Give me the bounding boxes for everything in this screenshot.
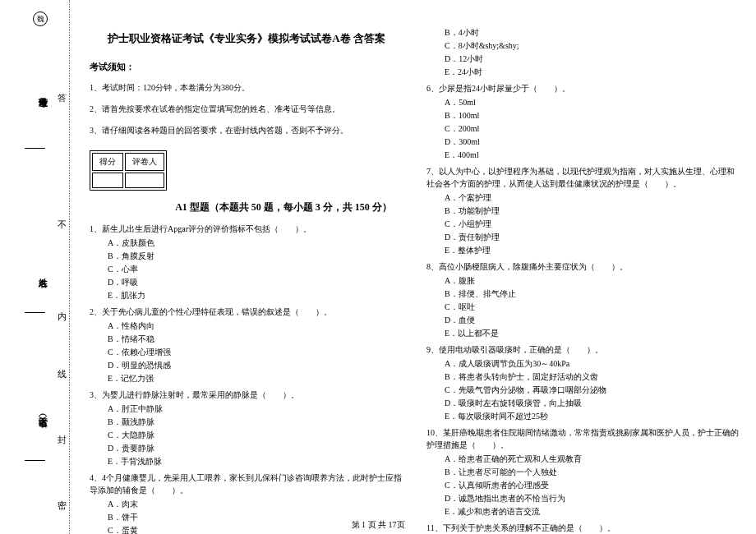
question-option: C．200ml (445, 122, 740, 136)
circle-mark: 魏 (33, 12, 48, 26)
question-option: B．让患者尽可能的一个人独处 (445, 466, 740, 479)
question-stem: 8、高位小肠梗阻病人，除腹痛外主要症状为（ ）。 (426, 260, 740, 273)
question-option: A．皮肤颜色 (108, 237, 403, 250)
question-option: C．小组护理 (445, 218, 740, 231)
question-stem: 6、少尿是指24小时尿量少于（ ）。 (426, 82, 740, 94)
notice-item: 1、考试时间：120分钟，本卷满分为380分。 (90, 81, 403, 94)
field-underline (25, 460, 45, 461)
question-option: E．24小时 (445, 66, 740, 79)
question-option: D．12小时 (445, 53, 740, 66)
question-stem: 1、新生儿出生后进行Apgar评分的评价指标不包括（ ）。 (90, 223, 403, 235)
question-option: B．功能制护理 (445, 205, 740, 218)
question-option: D．贵要静脉 (108, 442, 403, 455)
question-option: C．8小时&shy;&shy; (445, 39, 740, 53)
question-option: B．角膜反射 (108, 250, 403, 263)
right-column: B．4小时C．8小时&shy;&shy;D．12小时E．24小时 6、少尿是指2… (415, 0, 752, 518)
question-option: A．成人吸痰调节负压为30～40kPa (445, 357, 740, 371)
question-option: D．明显的恐惧感 (108, 359, 403, 372)
page-body: 护士职业资格证考试《专业实务》模拟考试试卷A卷 含答案 考试须知： 1、考试时间… (78, 0, 752, 518)
field-underline (25, 148, 45, 149)
question-option: E．记忆力强 (108, 372, 403, 385)
question-option: C．认真倾听患者的心理感受 (445, 479, 740, 492)
section-title: A1 型题（本题共 50 题，每小题 3 分，共 150 分） (164, 200, 403, 214)
binding-margin: 魏 准考证号 答 不 姓名 内 线 省（市区） 封 密 (0, 0, 70, 534)
question-stem: 4、4个月健康婴儿，先采用人工喂养，家长到儿保科门诊咨询喂养方法，此时护士应指导… (90, 472, 403, 496)
question-option: D．呼吸 (108, 276, 403, 289)
left-column: 护士职业资格证考试《专业实务》模拟考试试卷A卷 含答案 考试须知： 1、考试时间… (78, 0, 415, 518)
score-label: 得分 (92, 153, 123, 171)
question-option: C．先吸气管内分泌物，再吸净口咽部分泌物 (445, 384, 740, 397)
question-option: D．300ml (445, 136, 740, 149)
question-option: E．减少和患者的语言交流 (445, 505, 740, 518)
question-option: A．给患者正确的死亡观和人生观教育 (445, 453, 740, 466)
notice-header: 考试须知： (90, 61, 403, 73)
question-stem: 10、某肝癌晚期患者住院期间情绪激动，常常指责或挑剔家属和医护人员，护士正确的护… (426, 426, 740, 451)
question-option: A．肘正中静脉 (108, 403, 403, 416)
question-option: C．大隐静脉 (108, 429, 403, 442)
question-option: C．心率 (108, 263, 403, 276)
question-option: D．血便 (445, 314, 740, 327)
question-stem: 3、为婴儿进行静脉注射时，最常采用的静脉是（ ）。 (90, 389, 403, 401)
question-option: A．腹胀 (445, 274, 740, 288)
question-option: A．肉末 (108, 498, 403, 511)
notice-item: 3、请仔细阅读各种题目的回答要求，在密封线内答题，否则不予评分。 (90, 124, 403, 137)
question-option: A．性格内向 (108, 320, 403, 333)
exam-title: 护士职业资格证考试《专业实务》模拟考试试卷A卷 含答案 (90, 31, 403, 46)
question-stem: 9、使用电动吸引器吸痰时，正确的是（ ）。 (426, 343, 740, 356)
question-option: E．手背浅静脉 (108, 455, 403, 468)
question-option: B．情绪不稳 (108, 333, 403, 346)
question-option: B．排便、排气停止 (445, 288, 740, 301)
question-option: B．颞浅静脉 (108, 416, 403, 429)
question-option: B．4小时 (445, 26, 740, 39)
score-table: 得分 评卷人 (90, 150, 167, 191)
question-option: D．吸痰时左右旋转吸痰管，向上抽吸 (445, 397, 740, 410)
notice-item: 2、请首先按要求在试卷的指定位置填写您的姓名、准考证号等信息。 (90, 103, 403, 116)
question-option: E．整体护理 (445, 244, 740, 257)
question-stem: 2、关于先心病儿童的个性心理特征表现，错误的叙述是（ ）。 (90, 306, 403, 318)
question-option: E．肌张力 (108, 289, 403, 302)
reviewer-label: 评卷人 (125, 153, 164, 171)
question-stem: 7、以人为中心，以护理程序为基础，以现代护理观为指南，对人实施从生理、心理和社会… (426, 165, 740, 190)
question-option: E．400ml (445, 149, 740, 162)
question-option: A．50ml (445, 96, 740, 109)
field-underline (25, 312, 45, 313)
question-option: B．将患者头转向护士，固定好活动的义齿 (445, 371, 740, 384)
question-option: D．诚恳地指出患者的不恰当行为 (445, 492, 740, 505)
question-option: B．100ml (445, 109, 740, 122)
question-option: A．个案护理 (445, 191, 740, 205)
page-footer: 第 1 页 共 17页 (0, 519, 756, 531)
question-option: E．每次吸痰时间不超过25秒 (445, 410, 740, 423)
question-option: D．责任制护理 (445, 231, 740, 244)
question-option: E．以上都不是 (445, 327, 740, 340)
question-option: C．呕吐 (445, 301, 740, 314)
question-option: C．依赖心理增强 (108, 346, 403, 359)
